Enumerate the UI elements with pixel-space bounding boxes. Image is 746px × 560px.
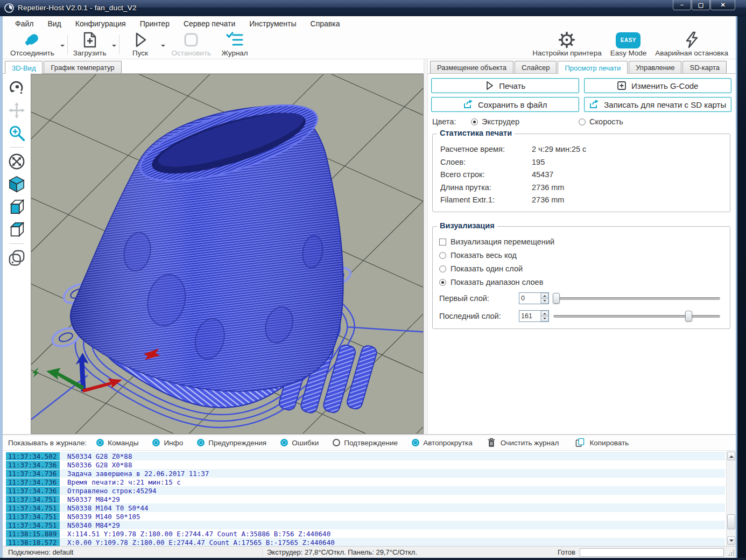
menu-item[interactable]: Сервер печати — [177, 17, 242, 30]
toolbar: Отсоединить Загрузить Пуск Остановить — [3, 31, 736, 59]
maximize-button[interactable]: ▢ — [692, 0, 710, 10]
minimize-button[interactable]: – — [673, 0, 691, 10]
toggle-icon — [280, 439, 288, 446]
visualization-group: Визуализация Визуализация перемещений П — [432, 226, 730, 329]
top-view-button[interactable] — [7, 220, 26, 239]
printer-settings-button[interactable]: Настройки принтера — [528, 31, 606, 59]
layers-view-button[interactable] — [7, 248, 26, 268]
show-travel-checkbox[interactable]: Визуализация перемещений — [439, 237, 723, 246]
log-scrollbar[interactable] — [726, 451, 736, 546]
panel-tab[interactable]: Просмотр печати — [558, 61, 628, 74]
front-view-button[interactable] — [7, 197, 26, 216]
spin-down-icon[interactable] — [541, 316, 548, 321]
vertical-splitter[interactable] — [424, 59, 428, 434]
toggle-icon — [152, 439, 160, 446]
toggle-icon — [412, 439, 419, 446]
log-filter-toggle[interactable]: Ошибки — [280, 439, 319, 447]
log-timestamp: 11:38:15.889 — [6, 530, 60, 538]
radio-icon — [439, 252, 446, 259]
last-layer-spinner[interactable]: 161 — [519, 310, 549, 322]
strip-separator — [10, 243, 24, 244]
panel-tab[interactable]: SD-карта — [682, 61, 727, 73]
scrollbar-thumb[interactable] — [727, 514, 735, 529]
slider-thumb[interactable] — [553, 293, 560, 304]
colors-label: Цвета: — [432, 117, 471, 126]
print-preview-scene — [31, 74, 423, 433]
zoom-view-button[interactable] — [7, 123, 26, 143]
log-message: X:114.51 Y:109.78 Z:180.00 E:2744.47 Cou… — [60, 530, 330, 538]
panel-tab[interactable]: Управление — [629, 61, 681, 73]
log-toggle-button[interactable]: Журнал — [215, 31, 254, 59]
scroll-up-icon[interactable] — [727, 452, 735, 460]
disconnect-button[interactable]: Отсоединить — [6, 31, 59, 59]
easy-badge: EASY — [616, 32, 641, 48]
fit-view-button[interactable] — [7, 152, 26, 171]
visualization-radio[interactable]: Показать диапазон слоев — [439, 278, 723, 286]
3d-viewport[interactable] — [31, 74, 424, 434]
stat-value: 2 ч:29 мин:25 с — [532, 145, 722, 153]
menu-item[interactable]: Файл — [8, 17, 40, 30]
panel-tab[interactable]: Слайсер — [515, 61, 557, 73]
emergency-stop-button[interactable]: Аварийная остановка — [651, 31, 733, 59]
menu-item[interactable]: Справка — [304, 17, 347, 30]
gear-icon — [557, 31, 576, 48]
save-to-sd-button[interactable]: Записать для печати с SD карты — [584, 97, 732, 112]
visualization-radio[interactable]: Показать один слой — [439, 264, 723, 273]
start-dropdown[interactable] — [159, 31, 167, 59]
spin-down-icon[interactable] — [541, 298, 548, 304]
log-filter-toggle[interactable]: Подтверждение — [333, 439, 398, 447]
menu-item[interactable]: Инструменты — [242, 17, 303, 30]
load-file-icon — [82, 31, 98, 48]
rotate-view-button[interactable] — [7, 78, 26, 97]
scroll-down-icon[interactable] — [727, 536, 735, 545]
color-mode-radio[interactable]: Экструдер — [471, 117, 519, 126]
stop-button[interactable]: Остановить — [167, 31, 215, 59]
temperature-status: Экструдер: 27,8°C/Откл. Панель: 29,7°C/О… — [262, 548, 558, 556]
resize-grip[interactable] — [727, 549, 735, 556]
color-mode-radio[interactable]: Скорость — [579, 117, 623, 126]
menu-bar: ФайлВидКонфигурацияПринтерСервер печатиИ… — [3, 16, 736, 31]
log-filter-toggle[interactable]: Команды — [96, 439, 138, 447]
log-filter-toggle[interactable]: Автопрокрутка — [412, 439, 473, 447]
colors-radio-group: Экструдер Скорость — [471, 117, 623, 126]
tab-3d-view[interactable]: 3D-Вид — [5, 61, 43, 74]
move-view-button[interactable] — [7, 101, 26, 120]
disconnect-dropdown[interactable] — [59, 31, 66, 59]
group-title: Статистика печати — [437, 129, 515, 137]
log-timestamp: 11:37:34.502 — [6, 452, 60, 460]
last-layer-slider[interactable] — [553, 310, 720, 322]
edit-gcode-button[interactable]: Изменить G-Code — [584, 78, 732, 93]
copy-log-button[interactable]: Копировать — [575, 437, 629, 448]
save-to-file-button[interactable]: Сохранить в файл — [431, 97, 579, 112]
load-dropdown[interactable] — [110, 31, 118, 59]
menu-item[interactable]: Принтер — [133, 17, 177, 30]
tab-temperature-graph[interactable]: График температур — [44, 61, 121, 73]
view-tool-strip — [3, 74, 31, 434]
log-filter-toggle[interactable]: Инфо — [152, 439, 183, 447]
log-filter-toggle[interactable]: Предупреждения — [197, 439, 266, 447]
clear-log-button[interactable]: Очистить журнал — [487, 437, 559, 448]
log-timestamp: 11:38:18.572 — [6, 538, 60, 547]
load-button[interactable]: Загрузить — [69, 31, 111, 59]
menu-item[interactable]: Конфигурация — [68, 17, 133, 30]
log-output[interactable]: 11:37:34.502 N50334 G28 Z0*88 11:37:34.7… — [3, 450, 736, 546]
easy-mode-button[interactable]: EASY Easy Mode — [606, 31, 651, 59]
first-layer-label: Первый слой: — [439, 294, 515, 303]
log-timestamp: 11:37:34.751 — [6, 495, 60, 503]
radio-icon — [439, 279, 446, 286]
print-button[interactable]: Печать — [431, 78, 579, 93]
export-icon — [589, 100, 599, 109]
toggle-icon — [333, 439, 340, 446]
play-icon — [132, 31, 148, 48]
slider-thumb[interactable] — [685, 311, 692, 321]
start-button[interactable]: Пуск — [121, 31, 159, 59]
first-layer-slider[interactable] — [553, 292, 720, 304]
panel-tab[interactable]: Размещение объекта — [430, 61, 513, 73]
first-layer-spinner[interactable]: 0 — [519, 292, 549, 304]
spin-up-icon[interactable] — [541, 311, 548, 316]
menu-item[interactable]: Вид — [40, 17, 68, 30]
close-button[interactable]: ✕ — [710, 0, 735, 10]
spin-up-icon[interactable] — [541, 293, 548, 298]
visualization-radio[interactable]: Показать весь код — [439, 251, 723, 260]
iso-view-button[interactable] — [7, 174, 26, 194]
